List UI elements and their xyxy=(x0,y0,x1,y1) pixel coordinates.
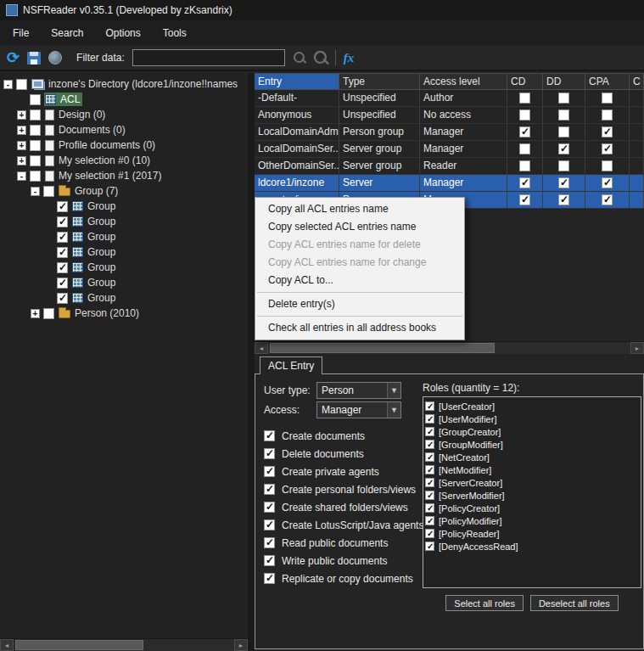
tree-checkbox[interactable] xyxy=(57,293,68,304)
permission-item[interactable]: Write public documents xyxy=(264,552,422,570)
dd-checkbox[interactable] xyxy=(558,143,569,154)
tree-item[interactable]: -inzone's Directory (ldcore1/inzone!!nam… xyxy=(0,76,248,92)
role-checkbox[interactable] xyxy=(425,440,434,449)
tree-checkbox[interactable] xyxy=(43,308,54,319)
expand-icon[interactable]: + xyxy=(17,110,26,120)
tree-item[interactable]: +Profile documents (0) xyxy=(0,137,248,153)
tree-checkbox[interactable] xyxy=(57,201,68,212)
context-menu-item[interactable]: Delete entry(s) xyxy=(255,295,464,313)
cpa-checkbox[interactable] xyxy=(602,93,613,104)
search-icon[interactable] xyxy=(293,51,306,65)
menu-tools[interactable]: Tools xyxy=(152,23,198,43)
select-all-roles-button[interactable]: Select all roles xyxy=(445,595,524,611)
deselect-all-roles-button[interactable]: Deselect all roles xyxy=(530,595,619,611)
role-item[interactable]: [NetModifier] xyxy=(425,463,639,476)
role-checkbox[interactable] xyxy=(425,452,434,462)
table-row[interactable]: ldcore1/inzoneServerManager xyxy=(255,175,644,192)
expand-icon[interactable]: + xyxy=(17,156,26,166)
table-row[interactable]: LocalDomainAdm...Person groupManager xyxy=(255,124,644,141)
tree-checkbox[interactable] xyxy=(57,262,68,273)
menu-file[interactable]: File xyxy=(2,23,40,43)
table-horizontal-scrollbar[interactable]: ◄ ► xyxy=(255,341,644,354)
tree-checkbox[interactable] xyxy=(57,278,68,289)
role-checkbox[interactable] xyxy=(425,414,434,424)
role-item[interactable]: [GroupModifier] xyxy=(425,438,639,451)
tree-scroll-thumb[interactable] xyxy=(15,640,143,650)
role-item[interactable]: [ServerCreator] xyxy=(425,476,639,489)
cpa-checkbox[interactable] xyxy=(602,109,613,121)
context-menu-item[interactable]: Copy all ACL entries name xyxy=(255,200,464,218)
refresh-icon[interactable]: ⟳ xyxy=(7,51,20,65)
scroll-right-icon[interactable]: ► xyxy=(234,639,248,651)
column-header-access-level[interactable]: Access level xyxy=(420,73,507,90)
dd-checkbox[interactable] xyxy=(558,93,569,104)
tree-checkbox[interactable] xyxy=(57,247,68,258)
scroll-left-icon[interactable]: ◄ xyxy=(0,639,14,651)
tree-scroll-track[interactable] xyxy=(14,639,234,651)
collapse-icon[interactable]: - xyxy=(3,80,13,89)
table-row[interactable]: OtherDomainSer...Server groupReader xyxy=(255,158,644,175)
permission-checkbox[interactable] xyxy=(264,484,275,495)
collapse-icon[interactable]: - xyxy=(31,187,40,196)
column-header-type[interactable]: Type xyxy=(339,73,420,90)
dd-checkbox[interactable] xyxy=(558,177,569,188)
permission-item[interactable]: Create shared folders/views xyxy=(264,498,422,516)
tree-checkbox[interactable] xyxy=(57,216,68,227)
dd-checkbox[interactable] xyxy=(558,109,569,121)
tree-checkbox[interactable] xyxy=(16,79,27,90)
permission-checkbox[interactable] xyxy=(264,466,275,477)
tree-item[interactable]: Group xyxy=(0,275,248,290)
cd-checkbox[interactable] xyxy=(519,160,530,171)
role-item[interactable]: [PolicyModifier] xyxy=(425,514,639,527)
scroll-right-icon[interactable]: ► xyxy=(630,342,644,354)
tree-checkbox[interactable] xyxy=(30,94,41,105)
formula-icon[interactable]: fx xyxy=(344,51,355,65)
role-checkbox[interactable] xyxy=(425,478,434,487)
column-header-cpa[interactable]: CPA xyxy=(585,73,630,90)
permission-checkbox[interactable] xyxy=(264,555,275,566)
cd-checkbox[interactable] xyxy=(519,194,530,205)
permission-item[interactable]: Replicate or copy documents xyxy=(264,570,422,587)
scroll-left-icon[interactable]: ◄ xyxy=(255,342,268,354)
tree-item[interactable]: Group xyxy=(0,214,248,229)
table-row[interactable]: -Default-UnspecifiedAuthor xyxy=(255,90,644,107)
role-item[interactable]: [PolicyCreator] xyxy=(425,502,639,514)
permission-checkbox[interactable] xyxy=(264,430,275,441)
table-scroll-track[interactable] xyxy=(268,342,630,354)
tree-checkbox[interactable] xyxy=(30,109,41,121)
table-scroll-thumb[interactable] xyxy=(270,343,495,353)
role-checkbox[interactable] xyxy=(425,465,434,474)
tree-checkbox[interactable] xyxy=(43,186,54,197)
cd-checkbox[interactable] xyxy=(519,109,530,121)
tab-acl-entry[interactable]: ACL Entry xyxy=(260,356,322,374)
dd-checkbox[interactable] xyxy=(558,126,569,137)
collapse-icon[interactable]: - xyxy=(17,171,26,181)
globe-icon[interactable] xyxy=(48,51,62,65)
tree-item[interactable]: ACL xyxy=(0,92,248,107)
menu-options[interactable]: Options xyxy=(94,23,151,43)
cd-checkbox[interactable] xyxy=(519,126,530,137)
dd-checkbox[interactable] xyxy=(558,160,569,171)
table-row[interactable]: AnonymousUnspecifiedNo access xyxy=(255,107,644,124)
permission-checkbox[interactable] xyxy=(264,537,275,548)
column-header-cd[interactable]: CD xyxy=(507,73,543,90)
role-checkbox[interactable] xyxy=(425,503,434,513)
tree-checkbox[interactable] xyxy=(30,140,41,151)
cd-checkbox[interactable] xyxy=(519,93,530,104)
context-menu-item[interactable]: Check all entries in all address books xyxy=(255,319,464,337)
role-checkbox[interactable] xyxy=(425,427,434,436)
permission-item[interactable]: Create private agents xyxy=(264,463,422,480)
expand-icon[interactable]: + xyxy=(17,126,26,135)
role-item[interactable]: [NetCreator] xyxy=(425,451,639,463)
permission-item[interactable]: Delete documents xyxy=(264,445,422,463)
role-checkbox[interactable] xyxy=(425,529,434,538)
role-checkbox[interactable] xyxy=(425,491,434,500)
tree-checkbox[interactable] xyxy=(30,125,41,136)
tree-item[interactable]: +My selection #0 (10) xyxy=(0,153,248,168)
user-type-select[interactable]: Person ▼ xyxy=(316,382,401,399)
permission-item[interactable]: Create documents xyxy=(264,427,422,445)
tree-item[interactable]: -My selection #1 (2017) xyxy=(0,168,248,183)
tree-item[interactable]: Group xyxy=(0,260,248,275)
context-menu-item[interactable]: Copy ACL to... xyxy=(255,272,464,289)
permission-item[interactable]: Create personal folders/views xyxy=(264,480,422,498)
